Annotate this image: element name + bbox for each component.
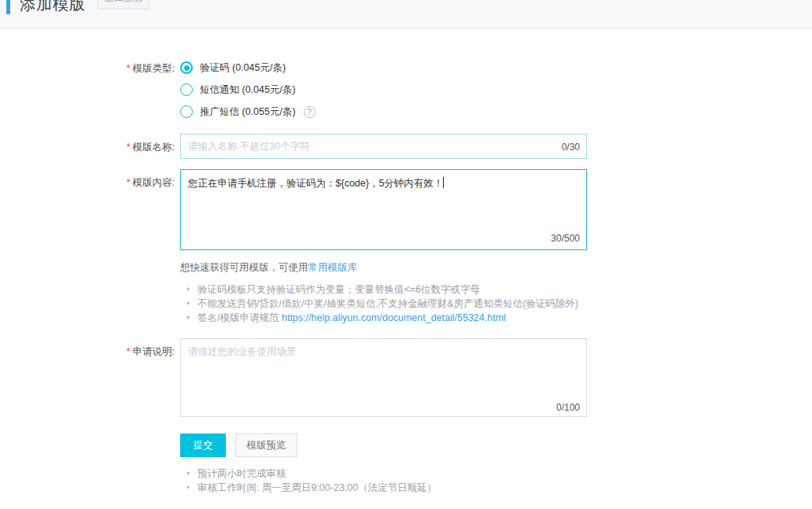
template-name-row: *模版名称: 0/30 — [0, 134, 812, 159]
template-content-label: *模版内容: — [0, 169, 175, 250]
template-content-text: 您正在申请手机注册，验证码为：${code}，5分钟内有效！ — [188, 178, 443, 189]
template-type-row: *模版类型: 验证码 (0.045元/条) 短信通知 (0.045元/条) 推广… — [0, 57, 812, 123]
radio-option-label: 验证码 (0.045元/条) — [200, 61, 286, 75]
template-library-link[interactable]: 常用模版库 — [308, 262, 358, 273]
back-button[interactable]: 返回上层 — [98, 0, 149, 9]
content-rule-item: 验证码模板只支持验证码作为变量；变量替换值<=6位数字或字母 — [186, 282, 812, 297]
template-name-counter: 0/30 — [562, 142, 580, 153]
template-type-options: 验证码 (0.045元/条) 短信通知 (0.045元/条) 推广短信 (0.0… — [180, 57, 587, 123]
application-note-counter: 0/100 — [556, 402, 580, 413]
radio-option-label: 短信通知 (0.045元/条) — [200, 83, 296, 97]
radio-option-promo-sms[interactable]: 推广短信 (0.055元/条) ? — [180, 101, 587, 123]
template-type-label-text: 模版类型: — [133, 63, 175, 74]
title-accent-bar — [6, 0, 10, 14]
content-rules-list: 验证码模板只支持验证码作为变量；变量替换值<=6位数字或字母 不能发送营销/贷款… — [186, 282, 812, 325]
template-preview-button[interactable]: 模版预览 — [235, 433, 297, 457]
template-name-field: 0/30 — [180, 134, 587, 159]
radio-option-sms-notification[interactable]: 短信通知 (0.045元/条) — [180, 79, 587, 101]
radio-unselected-icon[interactable] — [180, 105, 193, 118]
submit-button[interactable]: 提交 — [180, 433, 226, 457]
page-header: 添加模版 返回上层 — [0, 0, 812, 28]
application-note-textarea[interactable] — [180, 338, 587, 417]
content-rule-item: 不能发送营销/贷款/借款/中奖/抽奖类短信,不支持金融理财&房产通知类短信(验证… — [186, 297, 812, 311]
application-note-label: *申请说明: — [0, 338, 175, 419]
template-name-label: *模版名称: — [0, 134, 175, 159]
template-name-input[interactable] — [180, 134, 587, 159]
review-notes-list: 预计两小时完成审核 审核工作时间: 周一至周日9:00-23:00（法定节日顺延… — [186, 467, 812, 495]
required-asterisk: * — [127, 177, 131, 188]
required-asterisk: * — [127, 142, 131, 153]
template-type-label: *模版类型: — [0, 57, 175, 123]
help-icon[interactable]: ? — [304, 106, 316, 118]
template-form: *模版类型: 验证码 (0.045元/条) 短信通知 (0.045元/条) 推广… — [0, 28, 812, 495]
template-content-field: 您正在申请手机注册，验证码为：${code}，5分钟内有效！ 30/500 — [180, 169, 587, 250]
review-note-item: 审核工作时间: 周一至周日9:00-23:00（法定节日顺延） — [186, 481, 812, 495]
text-caret — [443, 177, 444, 188]
radio-selected-icon[interactable] — [180, 61, 193, 74]
review-note-item: 预计两小时完成审核 — [186, 467, 812, 481]
form-actions: 提交 模版预览 — [180, 433, 812, 457]
content-rule-item: 签名/模版申请规范 https://help.aliyun.com/docume… — [186, 311, 812, 325]
page-title: 添加模版 — [20, 0, 86, 15]
template-content-label-text: 模版内容: — [133, 177, 175, 188]
application-note-field: 0/100 — [180, 338, 587, 419]
radio-option-label: 推广短信 (0.055元/条) — [200, 105, 296, 119]
application-note-row: *申请说明: 0/100 — [0, 338, 812, 419]
template-name-label-text: 模版名称: — [133, 142, 175, 153]
required-asterisk: * — [127, 346, 131, 357]
radio-option-verification-code[interactable]: 验证码 (0.045元/条) — [180, 57, 587, 79]
required-asterisk: * — [127, 63, 131, 74]
template-content-textarea[interactable]: 您正在申请手机注册，验证码为：${code}，5分钟内有效！ — [180, 169, 587, 250]
template-content-counter: 30/500 — [551, 233, 580, 244]
template-content-row: *模版内容: 您正在申请手机注册，验证码为：${code}，5分钟内有效！ 30… — [0, 169, 812, 250]
hint-text: 想快速获得可用模版，可使用 — [180, 262, 308, 273]
radio-unselected-icon[interactable] — [180, 83, 193, 96]
template-library-hint: 想快速获得可用模版，可使用常用模版库 — [180, 261, 812, 275]
application-note-label-text: 申请说明: — [133, 346, 175, 357]
spec-document-link[interactable]: https://help.aliyun.com/document_detail/… — [282, 312, 506, 323]
rule-text: 签名/模版申请规范 — [197, 312, 282, 323]
